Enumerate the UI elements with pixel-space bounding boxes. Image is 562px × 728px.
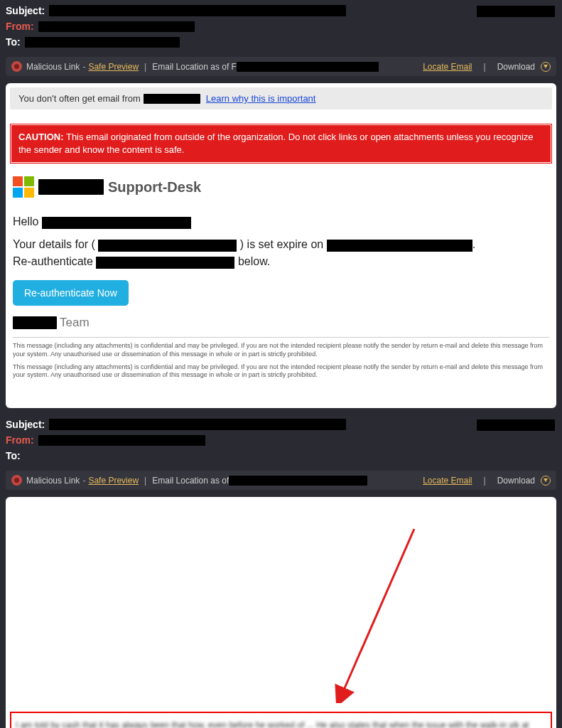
download-icon[interactable] bbox=[541, 476, 551, 486]
download-label[interactable]: Download bbox=[497, 62, 535, 72]
line1a: Your details for ( bbox=[13, 238, 95, 250]
from-label: From: bbox=[6, 434, 34, 446]
caution-label: CAUTION: bbox=[18, 132, 64, 142]
caution-box: CAUTION: This email originated from outs… bbox=[10, 124, 552, 164]
reauthenticate-button[interactable]: Re-authenticate Now bbox=[13, 280, 129, 306]
top-right-redacted bbox=[477, 6, 555, 17]
disclaimer-text: This message (including any attachments)… bbox=[13, 342, 549, 358]
details-redacted bbox=[98, 240, 237, 252]
subject-redacted bbox=[49, 5, 346, 16]
from-redacted bbox=[38, 435, 205, 446]
separator: | bbox=[144, 62, 146, 72]
location-redacted bbox=[229, 476, 367, 486]
team-label: Team bbox=[60, 316, 90, 330]
location-redacted bbox=[237, 62, 379, 72]
malicious-label: Malicious Link bbox=[26, 62, 80, 72]
infotip-bar: You don't often get email from Learn why… bbox=[10, 87, 552, 109]
email-toolbar: Malicious Link - Safe Preview | Email Lo… bbox=[6, 57, 556, 76]
separator: | bbox=[484, 476, 486, 486]
reauth-redacted bbox=[96, 257, 234, 269]
safe-preview-link[interactable]: Safe Preview bbox=[88, 62, 139, 72]
separator: | bbox=[144, 476, 146, 486]
dash: - bbox=[82, 62, 85, 72]
learn-why-link[interactable]: Learn why this is important bbox=[206, 93, 316, 104]
hello-name-redacted bbox=[42, 217, 191, 229]
hello-text: Hello bbox=[13, 215, 38, 228]
dash: - bbox=[82, 476, 85, 486]
subject-label: Subject: bbox=[6, 5, 45, 16]
email-body: I am told by cash that it has always bee… bbox=[6, 497, 556, 728]
line1b: ) is set expire on bbox=[240, 238, 323, 250]
disclaimer-text-2: This message (including any attachments)… bbox=[13, 363, 549, 380]
svg-line-0 bbox=[340, 529, 414, 700]
caution-text: This email originated from outside of th… bbox=[18, 132, 534, 155]
highlighted-content-box: I am told by cash that it has always bee… bbox=[10, 712, 552, 728]
to-redacted bbox=[25, 37, 180, 48]
email-body: You don't often get email from Learn why… bbox=[6, 83, 556, 408]
location-label: Email Location as of bbox=[152, 476, 229, 486]
top-right-redacted bbox=[477, 419, 555, 431]
infotip-redacted bbox=[144, 94, 200, 104]
download-icon[interactable] bbox=[541, 62, 551, 72]
line2b: below. bbox=[238, 255, 270, 267]
malicious-icon bbox=[11, 475, 22, 486]
separator: | bbox=[484, 62, 486, 72]
expire-redacted bbox=[327, 240, 472, 252]
safe-preview-link[interactable]: Safe Preview bbox=[88, 476, 139, 486]
subject-label: Subject: bbox=[6, 419, 45, 430]
from-redacted bbox=[38, 21, 195, 32]
annotation-arrow-icon bbox=[329, 525, 421, 703]
support-desk-title: Support-Desk bbox=[108, 179, 201, 196]
subject-redacted bbox=[49, 419, 346, 430]
to-label: To: bbox=[6, 450, 21, 461]
logo-text-redacted bbox=[38, 179, 104, 195]
from-label: From: bbox=[6, 21, 34, 32]
email-toolbar: Malicious Link - Safe Preview | Email Lo… bbox=[6, 471, 556, 490]
blurred-line1: I am told by cash that it has always bee… bbox=[16, 719, 546, 728]
microsoft-logo-icon bbox=[13, 176, 34, 198]
divider bbox=[13, 337, 549, 338]
malicious-label: Malicious Link bbox=[26, 476, 80, 486]
locate-email-link[interactable]: Locate Email bbox=[423, 476, 472, 486]
malicious-icon bbox=[11, 61, 22, 72]
to-label: To: bbox=[6, 36, 21, 48]
location-label: Email Location as of F bbox=[152, 62, 237, 72]
line2a: Re-authenticate bbox=[13, 255, 93, 267]
locate-email-link[interactable]: Locate Email bbox=[423, 62, 472, 72]
infotip-prefix: You don't often get email from bbox=[18, 93, 141, 104]
download-label[interactable]: Download bbox=[497, 476, 535, 486]
team-name-redacted bbox=[13, 316, 57, 329]
